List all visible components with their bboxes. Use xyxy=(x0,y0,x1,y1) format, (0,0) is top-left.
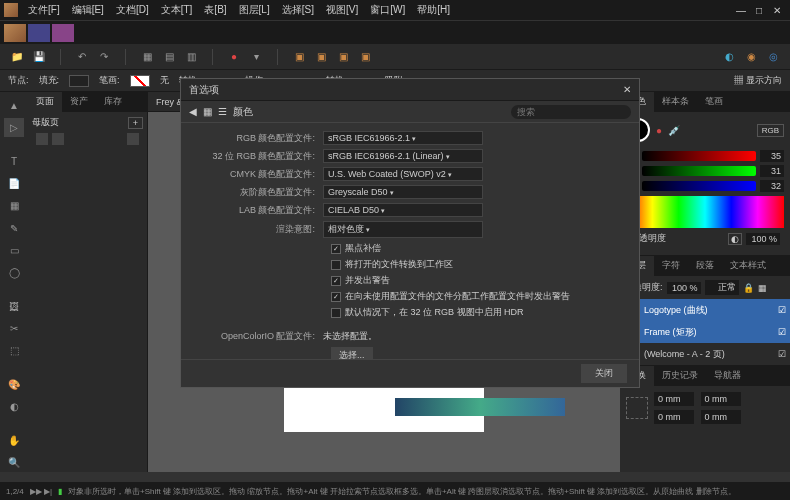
layer-item[interactable]: Frame (矩形)☑ xyxy=(620,321,790,343)
color-mode-select[interactable]: RGB xyxy=(757,124,784,137)
menu-窗口[W][interactable]: 窗口[W] xyxy=(364,2,411,17)
picture-frame-tool[interactable]: 🖼 xyxy=(4,297,24,315)
order3-icon[interactable]: ▣ xyxy=(334,48,352,66)
y-field[interactable]: 0 mm xyxy=(654,410,694,424)
menu-帮助[H][interactable]: 帮助[H] xyxy=(411,2,456,17)
back-icon[interactable]: ◀ xyxy=(189,106,197,117)
anchor-widget[interactable] xyxy=(626,397,648,419)
h-field[interactable]: 0 mm xyxy=(701,410,741,424)
pref-select[interactable]: CIELAB D50▾ xyxy=(323,203,483,217)
order2-icon[interactable]: ▣ xyxy=(312,48,330,66)
order1-icon[interactable]: ▣ xyxy=(290,48,308,66)
align-icon[interactable]: ▦ xyxy=(138,48,156,66)
secondary-color-icon[interactable]: ● xyxy=(656,125,662,136)
menu-视图[V][interactable]: 视图[V] xyxy=(320,2,364,17)
vector-crop-tool[interactable]: ⬚ xyxy=(4,342,24,360)
redo-icon[interactable]: ↷ xyxy=(95,48,113,66)
close-button[interactable]: ✕ xyxy=(768,2,786,18)
record-icon[interactable]: ● xyxy=(225,48,243,66)
layer-opacity[interactable]: 100 % xyxy=(667,282,701,294)
red-value[interactable]: 35 xyxy=(760,150,784,162)
persona-publisher[interactable] xyxy=(4,24,26,42)
right-tabs-top-2[interactable]: 笔画 xyxy=(697,92,731,112)
preview1-icon[interactable]: ◐ xyxy=(720,48,738,66)
minimize-button[interactable]: — xyxy=(732,2,750,18)
checkbox[interactable] xyxy=(331,308,341,318)
page-indicator[interactable]: 1,2/4 xyxy=(6,487,24,496)
persona-3[interactable] xyxy=(52,24,74,42)
zoom-tool[interactable]: 🔍 xyxy=(4,454,24,472)
fill-swatch[interactable] xyxy=(69,75,89,87)
checkbox[interactable] xyxy=(331,260,341,270)
right-tabs-transform-2[interactable]: 导航器 xyxy=(706,366,749,386)
green-slider[interactable] xyxy=(642,166,756,176)
left-tab-1[interactable]: 资产 xyxy=(62,92,96,112)
pen-tool[interactable]: ✎ xyxy=(4,219,24,237)
hue-picker[interactable] xyxy=(626,196,784,228)
blue-value[interactable]: 32 xyxy=(760,180,784,192)
w-field[interactable]: 0 mm xyxy=(701,392,741,406)
right-tabs-transform-1[interactable]: 历史记录 xyxy=(654,366,706,386)
crop-tool[interactable]: ✂ xyxy=(4,319,24,337)
x-field[interactable]: 0 mm xyxy=(654,392,694,406)
panel-menu-icon[interactable] xyxy=(127,133,139,145)
node-tool[interactable]: ▷ xyxy=(4,118,24,136)
ocio-select-button[interactable]: 选择... xyxy=(331,347,373,359)
right-tabs-layers-3[interactable]: 文本样式 xyxy=(722,256,774,276)
left-tab-2[interactable]: 库存 xyxy=(96,92,130,112)
open-icon[interactable]: 📁 xyxy=(8,48,26,66)
fill-tool[interactable]: 🎨 xyxy=(4,375,24,393)
dialog-close-btn[interactable]: 关闭 xyxy=(581,364,627,383)
blue-slider[interactable] xyxy=(642,181,756,191)
shape-tool[interactable]: ◯ xyxy=(4,264,24,282)
menu-图层[L][interactable]: 图层[L] xyxy=(233,2,276,17)
checkbox[interactable]: ✓ xyxy=(331,292,341,302)
text-tool[interactable]: T xyxy=(4,152,24,170)
layer-item[interactable]: Logotype (曲线)☑ xyxy=(620,299,790,321)
color-picker-tool[interactable]: ✋ xyxy=(4,431,24,449)
blend-mode[interactable]: 正常 xyxy=(705,280,739,295)
frame-text-tool[interactable]: 📄 xyxy=(4,174,24,192)
menu-文本[T][interactable]: 文本[T] xyxy=(155,2,199,17)
left-tab-0[interactable]: 页面 xyxy=(28,92,62,112)
right-tabs-layers-1[interactable]: 字符 xyxy=(654,256,688,276)
order4-icon[interactable]: ▣ xyxy=(356,48,374,66)
checkbox[interactable]: ✓ xyxy=(331,244,341,254)
stroke-swatch[interactable] xyxy=(130,75,150,87)
grid-view-icon[interactable]: ▦ xyxy=(203,106,212,117)
menu-表[B][interactable]: 表[B] xyxy=(198,2,232,17)
right-tabs-top-1[interactable]: 样本条 xyxy=(654,92,697,112)
view-mode-icon[interactable] xyxy=(36,133,48,145)
search-input[interactable] xyxy=(511,105,631,119)
menu-文件[F][interactable]: 文件[F] xyxy=(22,2,66,17)
checkbox[interactable]: ✓ xyxy=(331,276,341,286)
dialog-close-button[interactable]: ✕ xyxy=(623,84,631,95)
undo-icon[interactable]: ↶ xyxy=(73,48,91,66)
right-tabs-layers-2[interactable]: 段落 xyxy=(688,256,722,276)
rect-tool[interactable]: ▭ xyxy=(4,241,24,259)
preview3-icon[interactable]: ◎ xyxy=(764,48,782,66)
green-value[interactable]: 31 xyxy=(760,165,784,177)
table-tool[interactable]: ▦ xyxy=(4,197,24,215)
menu-文档[D][interactable]: 文档[D] xyxy=(110,2,155,17)
menu-选择[S][interactable]: 选择[S] xyxy=(276,2,320,17)
red-slider[interactable] xyxy=(642,151,756,161)
lock-icon[interactable]: 🔒 xyxy=(743,283,754,293)
transparency-tool[interactable]: ◐ xyxy=(4,398,24,416)
align3-icon[interactable]: ▥ xyxy=(182,48,200,66)
view-mode2-icon[interactable] xyxy=(52,133,64,145)
align2-icon[interactable]: ▤ xyxy=(160,48,178,66)
preview2-icon[interactable]: ◉ xyxy=(742,48,760,66)
list-view-icon[interactable]: ☰ xyxy=(218,106,227,117)
tool-icon[interactable]: ▾ xyxy=(247,48,265,66)
pref-select[interactable]: U.S. Web Coated (SWOP) v2▾ xyxy=(323,167,483,181)
maximize-button[interactable]: □ xyxy=(750,2,768,18)
pref-select[interactable]: 相对色度▾ xyxy=(323,221,483,238)
pref-select[interactable]: Greyscale D50▾ xyxy=(323,185,483,199)
persona-2[interactable] xyxy=(28,24,50,42)
add-master-button[interactable]: + xyxy=(128,117,143,129)
opacity-value[interactable]: 100 % xyxy=(746,233,780,245)
layer-item[interactable]: (Welcome - A - 2 页)☑ xyxy=(620,343,790,365)
save-icon[interactable]: 💾 xyxy=(30,48,48,66)
eyedropper-icon[interactable]: 💉 xyxy=(668,125,680,136)
